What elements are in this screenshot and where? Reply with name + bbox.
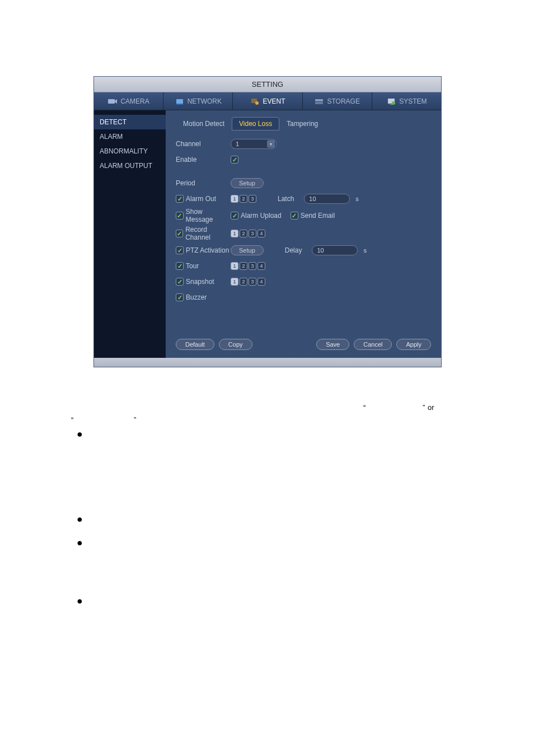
chevron-down-icon: ▾ [267, 140, 275, 148]
label-latch: Latch [278, 195, 294, 203]
label-record-channel: Record Channel [185, 226, 231, 241]
snapshot-ch-3[interactable]: 3 [249, 278, 256, 286]
tour-ch-1[interactable]: 1 [231, 262, 238, 270]
label-tour: Tour [186, 262, 199, 270]
record-ch-4[interactable]: 4 [257, 230, 265, 237]
tour-ch-4[interactable]: 4 [257, 262, 265, 270]
buzzer-checkbox[interactable] [176, 293, 184, 301]
tour-checkbox[interactable] [176, 262, 184, 270]
event-icon [250, 97, 260, 105]
svg-rect-6 [315, 99, 323, 101]
snapshot-ch-4[interactable]: 4 [257, 278, 265, 286]
main-area: DETECT ALARM ABNORMALITY ALARM OUTPUT Mo… [94, 110, 441, 358]
enable-checkbox[interactable] [231, 156, 238, 164]
label-send-email: Send Email [301, 212, 335, 220]
send-email-checkbox[interactable] [291, 212, 298, 220]
svg-marker-1 [115, 99, 117, 104]
snapshot-checkbox[interactable] [176, 278, 184, 286]
alarm-upload-checkbox[interactable] [231, 212, 238, 220]
bullet-3: ● [77, 538, 83, 548]
system-icon [386, 97, 396, 105]
save-button[interactable]: Save [316, 339, 349, 350]
network-icon [175, 97, 185, 105]
nav-camera[interactable]: CAMERA [94, 92, 163, 110]
subtab-tampering[interactable]: Tampering [279, 117, 325, 130]
bullet-1: ● [77, 429, 83, 439]
snapshot-ch-1[interactable]: 1 [231, 278, 238, 286]
camera-icon [107, 97, 118, 105]
record-channels: 1 2 3 4 [231, 230, 265, 237]
show-message-checkbox[interactable] [176, 212, 184, 220]
copy-button[interactable]: Copy [219, 339, 252, 350]
sidebar-item-detect[interactable]: DETECT [94, 115, 166, 129]
apply-button[interactable]: Apply [396, 339, 431, 350]
sub-tabs: Motion Detect Video Loss Tampering [176, 117, 431, 130]
svg-rect-0 [108, 99, 115, 104]
footer-buttons: Default Copy Save Cancel Apply [176, 339, 431, 350]
svg-rect-7 [315, 102, 323, 104]
snapshot-channels: 1 2 3 4 [231, 278, 265, 286]
default-button[interactable]: Default [176, 339, 214, 350]
delay-unit: s [363, 247, 367, 254]
alarm-out-1[interactable]: 1 [231, 195, 238, 203]
label-delay: Delay [285, 246, 302, 254]
label-ptz-activation: PTZ Activation [186, 246, 229, 254]
alarm-out-2[interactable]: 2 [240, 195, 247, 203]
quote-close-2: ” [134, 416, 136, 424]
window-title: SETTING [252, 80, 283, 88]
record-ch-3[interactable]: 3 [249, 230, 256, 237]
svg-rect-2 [176, 99, 183, 104]
tour-ch-3[interactable]: 3 [249, 262, 256, 270]
latch-unit: s [355, 195, 359, 202]
label-snapshot: Snapshot [186, 278, 214, 286]
snapshot-ch-2[interactable]: 2 [240, 278, 247, 286]
label-buzzer: Buzzer [186, 293, 207, 301]
nav-label: STORAGE [327, 97, 359, 105]
window-bottom-border [94, 358, 441, 367]
sidebar-item-alarm-output[interactable]: ALARM OUTPUT [94, 158, 166, 173]
nav-system[interactable]: SYSTEM [372, 92, 441, 110]
storage-icon [314, 97, 324, 105]
svg-point-5 [255, 101, 259, 105]
nav-label: EVENT [263, 97, 285, 105]
nav-label: SYSTEM [399, 97, 427, 105]
label-channel: Channel [176, 140, 231, 148]
tour-channels: 1 2 3 4 [231, 262, 265, 270]
subtab-video-loss[interactable]: Video Loss [232, 117, 279, 130]
quote-open-1: “ [363, 403, 366, 412]
dropdown-value: 1 [236, 141, 239, 147]
svg-rect-3 [176, 104, 183, 105]
bullet-2: ● [77, 514, 83, 524]
top-nav: CAMERA NETWORK EVENT STORAGE SYSTEM [94, 92, 441, 110]
sidebar-item-alarm[interactable]: ALARM [94, 129, 166, 144]
delay-input[interactable]: 10 [312, 245, 358, 255]
surrounding-text-or: or [428, 403, 434, 412]
tour-ch-2[interactable]: 2 [240, 262, 247, 270]
nav-label: NETWORK [188, 97, 222, 105]
cancel-button[interactable]: Cancel [354, 339, 392, 350]
alarm-out-3[interactable]: 3 [249, 195, 256, 203]
nav-label: CAMERA [120, 97, 149, 105]
period-setup-button[interactable]: Setup [231, 178, 264, 188]
sidebar: DETECT ALARM ABNORMALITY ALARM OUTPUT [94, 110, 166, 358]
ptz-setup-button[interactable]: Setup [231, 245, 264, 255]
nav-network[interactable]: NETWORK [163, 92, 233, 110]
ptz-activation-checkbox[interactable] [176, 246, 184, 254]
nav-storage[interactable]: STORAGE [303, 92, 372, 110]
nav-event[interactable]: EVENT [233, 92, 302, 110]
latch-input[interactable]: 10 [304, 194, 350, 204]
title-bar: SETTING [94, 77, 441, 92]
label-period: Period [176, 179, 231, 187]
alarm-out-channels: 1 2 3 [231, 195, 256, 203]
record-ch-2[interactable]: 2 [240, 230, 247, 237]
subtab-motion-detect[interactable]: Motion Detect [176, 117, 232, 130]
quote-open-2: “ [71, 416, 73, 424]
label-show-message: Show Message [186, 208, 231, 223]
alarm-out-checkbox[interactable] [176, 195, 184, 203]
label-enable: Enable [176, 156, 231, 164]
settings-window: SETTING CAMERA NETWORK EVENT STORAGE [93, 76, 442, 367]
sidebar-item-abnormality[interactable]: ABNORMALITY [94, 144, 166, 158]
record-ch-1[interactable]: 1 [231, 230, 238, 237]
channel-dropdown[interactable]: 1 ▾ [231, 139, 277, 149]
record-channel-checkbox[interactable] [176, 230, 183, 237]
